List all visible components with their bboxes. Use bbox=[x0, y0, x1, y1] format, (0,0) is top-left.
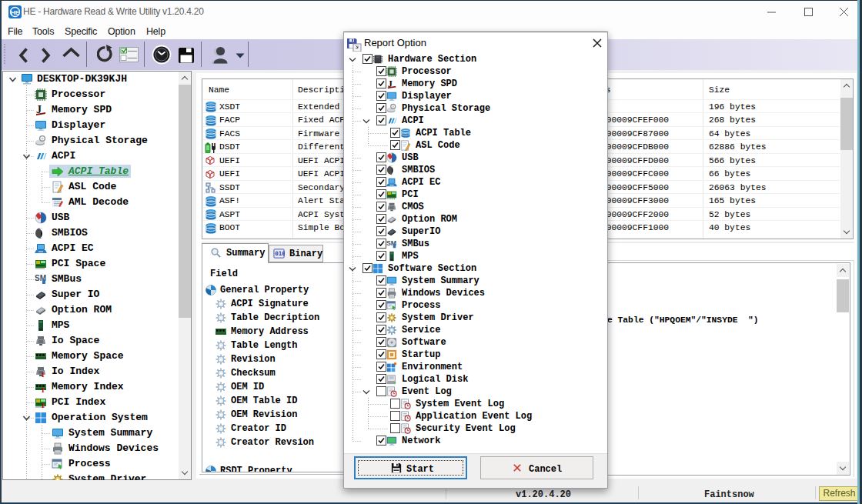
svg-text:HE: HE bbox=[11, 9, 20, 16]
